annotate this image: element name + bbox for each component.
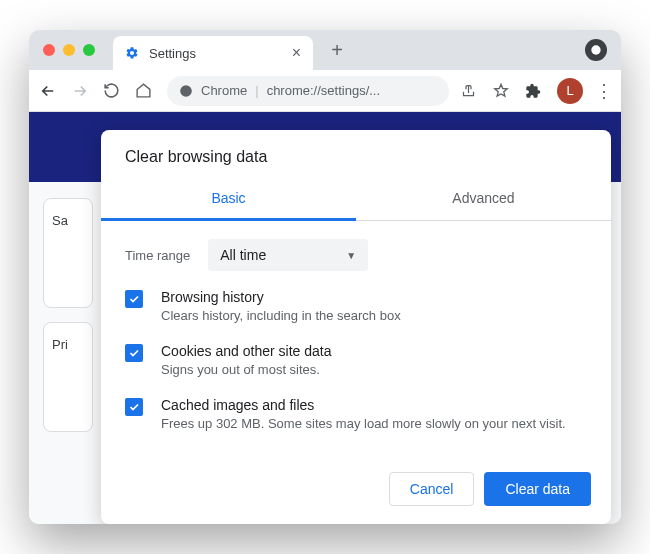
bg-card-2: Pri [43,322,93,432]
traffic-lights [43,44,95,56]
checkbox-cookies[interactable] [125,344,143,362]
option-title: Cookies and other site data [161,343,331,359]
titlebar: Settings × + [29,30,621,70]
forward-button[interactable] [71,82,91,100]
checkbox-browsing-history[interactable] [125,290,143,308]
clear-data-button[interactable]: Clear data [484,472,591,506]
avatar-letter: L [566,83,573,98]
bg-card-1: Sa [43,198,93,308]
incognito-icon[interactable] [585,39,607,61]
gear-icon [125,46,139,60]
time-range-label: Time range [125,248,190,263]
tab-advanced[interactable]: Advanced [356,178,611,220]
omnibox[interactable]: Chrome | chrome://settings/... [167,76,449,106]
close-tab-icon[interactable]: × [292,44,301,62]
cancel-button[interactable]: Cancel [389,472,475,506]
svg-point-0 [591,45,600,54]
chrome-icon [179,84,193,98]
omnibox-url: chrome://settings/... [267,83,380,98]
dialog-body: Time range All time ▼ Browsing history C… [101,221,611,462]
share-icon[interactable] [461,83,481,98]
tab-title: Settings [149,46,282,61]
chevron-down-icon: ▼ [346,250,356,261]
browser-tab[interactable]: Settings × [113,36,313,70]
clear-browsing-data-dialog: Clear browsing data Basic Advanced Time … [101,130,611,524]
option-browsing-history: Browsing history Clears history, includi… [125,289,587,325]
checkbox-cached-files[interactable] [125,398,143,416]
svg-point-1 [180,85,192,97]
option-cookies: Cookies and other site data Signs you ou… [125,343,587,379]
omnibox-separator: | [255,83,258,98]
home-button[interactable] [135,82,155,99]
tab-basic[interactable]: Basic [101,178,356,221]
dialog-actions: Cancel Clear data [101,462,611,524]
time-range-value: All time [220,247,266,263]
kebab-menu-icon[interactable]: ⋮ [595,80,611,102]
minimize-window-icon[interactable] [63,44,75,56]
option-cached-files: Cached images and files Frees up 302 MB.… [125,397,587,433]
extensions-icon[interactable] [525,83,545,99]
option-title: Cached images and files [161,397,566,413]
reload-button[interactable] [103,82,123,99]
time-range-row: Time range All time ▼ [125,239,587,271]
back-button[interactable] [39,82,59,100]
close-window-icon[interactable] [43,44,55,56]
dialog-title: Clear browsing data [101,130,611,178]
option-desc: Signs you out of most sites. [161,361,331,379]
browser-window: Settings × + Chrome | chrome [29,30,621,524]
dialog-tabs: Basic Advanced [101,178,611,221]
option-desc: Clears history, including in the search … [161,307,401,325]
new-tab-button[interactable]: + [323,39,351,62]
omnibox-prefix: Chrome [201,83,247,98]
bookmark-icon[interactable] [493,83,513,99]
profile-avatar[interactable]: L [557,78,583,104]
option-title: Browsing history [161,289,401,305]
time-range-select[interactable]: All time ▼ [208,239,368,271]
toolbar: Chrome | chrome://settings/... L ⋮ [29,70,621,112]
option-desc: Frees up 302 MB. Some sites may load mor… [161,415,566,433]
maximize-window-icon[interactable] [83,44,95,56]
